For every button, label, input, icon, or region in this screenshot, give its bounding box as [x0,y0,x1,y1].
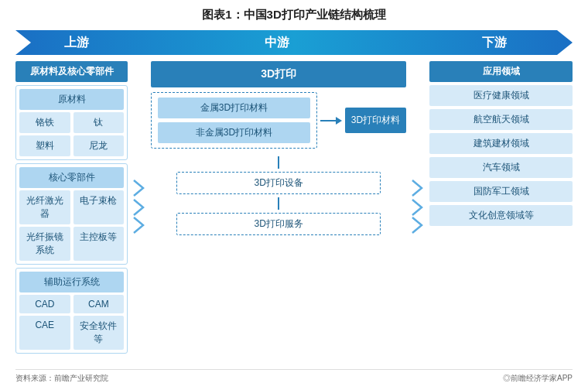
equipment-section: 3D打印设备 3D打印服务 [151,156,406,235]
material-plastic: 塑料 [19,135,70,156]
materials-side-label: 3D打印材料 [345,108,406,133]
core-row-2: 光纤振镜系统 主控板等 [19,227,124,261]
materials-arrow [320,117,342,125]
raw-material-label: 原材料 [19,89,124,110]
material-row-1: 铬铁 钛 [19,112,124,133]
metal-material: 金属3D打印材料 [158,98,310,118]
aux-cad: CAD [19,295,70,313]
downstream-column: 应用领域 医疗健康领域 航空航天领域 建筑建材领域 汽车领域 国防军工领域 文化… [429,61,573,347]
downstream-item-4: 国防军工领域 [429,181,573,202]
banner-midstream: 中游 [138,30,416,55]
materials-dashed-group: 金属3D打印材料 非金属3D打印材料 [151,92,317,149]
nonmetal-material: 非金属3D打印材料 [158,122,310,143]
downstream-main-label: 应用领域 [429,61,573,82]
equipment-label: 3D打印设备 [176,172,381,194]
aux-cam: CAM [74,295,125,313]
core-galvo: 光纤振镜系统 [19,227,70,261]
footer-app: ◎前瞻经济学家APP [503,373,573,384]
banner-sections: 上游 中游 下游 [15,30,573,55]
material-row-2: 塑料 尼龙 [19,135,124,156]
midstream-column: 3D打印 金属3D打印材料 非金属3D打印材料 3D打印材料 3D打印设备 [151,61,406,347]
chevron-icon-2 [411,173,425,237]
footer-source: 资料来源：前瞻产业研究院 [15,373,108,384]
material-nylon: 尼龙 [74,135,125,156]
footer: 资料来源：前瞻产业研究院 ◎前瞻经济学家APP [15,369,573,384]
materials-section: 金属3D打印材料 非金属3D打印材料 3D打印材料 [151,92,406,149]
banner-upstream: 上游 [15,30,138,55]
mid-right-separator [409,61,426,347]
core-electron-gun: 电子束枪 [74,190,125,224]
core-mainboard: 主控板等 [74,227,125,261]
core-label: 核心零部件 [19,167,124,188]
upstream-column: 原材料及核心零部件 原材料 铬铁 钛 塑料 尼龙 核心零部件 光纤激光器 电子束… [15,61,128,347]
upstream-main-label: 原材料及核心零部件 [15,61,128,82]
connector-line-2 [278,197,279,210]
core-fiber-laser: 光纤激光器 [19,190,70,224]
aux-row-1: CAD CAM [19,295,124,313]
downstream-item-3: 汽车领域 [429,157,573,178]
banner: 上游 中游 下游 [15,30,573,55]
downstream-items: 医疗健康领域 航空航天领域 建筑建材领域 汽车领域 国防军工领域 文化创意领域等 [429,85,573,226]
aux-system-group: 辅助运行系统 CAD CAM CAE 安全软件等 [15,268,128,354]
downstream-item-2: 建筑建材领域 [429,133,573,154]
left-mid-separator [131,61,148,347]
arrow-line [320,120,336,121]
arrow-head [336,117,342,125]
core-parts-group: 核心零部件 光纤激光器 电子束枪 光纤振镜系统 主控板等 [15,163,128,265]
connector-line-1 [278,156,279,169]
service-label: 3D打印服务 [176,213,381,235]
downstream-item-0: 医疗健康领域 [429,85,573,106]
downstream-item-1: 航空航天领域 [429,109,573,130]
chart-title: 图表1：中国3D打印产业链结构梳理 [15,8,573,22]
core-row-1: 光纤激光器 电子束枪 [19,190,124,224]
material-titanium: 钛 [74,112,125,133]
aux-cae: CAE [19,316,70,350]
main-content: 原材料及核心零部件 原材料 铬铁 钛 塑料 尼龙 核心零部件 光纤激光器 电子束… [15,61,573,347]
aux-safety: 安全软件等 [74,316,125,350]
aux-label: 辅助运行系统 [19,272,124,292]
aux-row-2: CAE 安全软件等 [19,316,124,350]
downstream-item-5: 文化创意领域等 [429,205,573,226]
chevron-icon [132,173,146,237]
midstream-main-label: 3D打印 [151,61,406,87]
page: 图表1：中国3D打印产业链结构梳理 上游 中游 下游 原材料及核心零部件 原材料… [0,0,588,390]
material-chromium: 铬铁 [19,112,70,133]
raw-material-group: 原材料 铬铁 钛 塑料 尼龙 [15,85,128,160]
banner-downstream: 下游 [416,30,573,55]
